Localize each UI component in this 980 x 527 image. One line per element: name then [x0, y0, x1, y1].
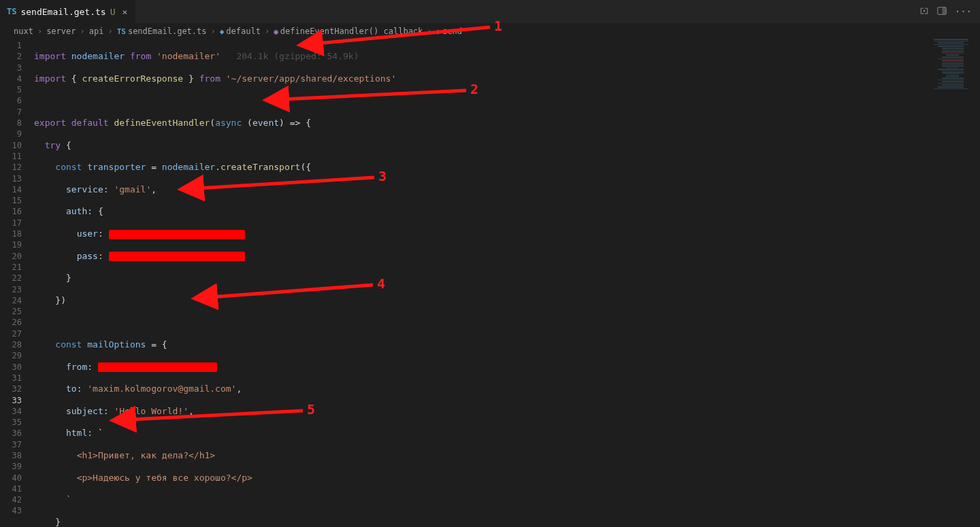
chevron-right-icon: ›: [425, 27, 433, 36]
ts-file-icon: TS: [7, 7, 16, 16]
breadcrumb-symbol[interactable]: ◈send: [436, 27, 463, 36]
split-editor-icon[interactable]: [937, 6, 947, 18]
chevron-right-icon: ›: [210, 27, 217, 36]
tab-active[interactable]: TS sendEmail.get.ts U ×: [0, 0, 136, 23]
redacted-from: [98, 362, 217, 372]
chevron-right-icon: ›: [106, 27, 114, 36]
redacted-user: [109, 230, 245, 239]
ts-file-icon: TS: [117, 27, 126, 36]
chevron-right-icon: ›: [79, 27, 86, 36]
editor-title-actions: ···: [919, 6, 980, 18]
breadcrumb-item[interactable]: api: [89, 27, 104, 36]
breadcrumb-item[interactable]: TSsendEmail.get.ts: [117, 27, 207, 36]
compare-changes-icon[interactable]: [919, 6, 929, 18]
more-actions-icon[interactable]: ···: [955, 6, 972, 18]
tab-bar: TS sendEmail.get.ts U × ···: [0, 0, 980, 24]
close-icon[interactable]: ×: [120, 7, 131, 17]
chevron-right-icon: ›: [36, 27, 44, 36]
code-area[interactable]: import nodemailer from 'nodemailer' 204.…: [34, 39, 980, 527]
editor[interactable]: 1234567891011121314151617181920212223242…: [0, 39, 980, 527]
svg-rect-1: [942, 7, 945, 14]
redacted-pass: [109, 252, 245, 261]
symbol-variable-icon: ◈: [220, 27, 225, 36]
breadcrumb-symbol[interactable]: ◈default: [220, 27, 261, 36]
chevron-right-icon: ›: [263, 27, 271, 36]
breadcrumb-symbol[interactable]: ◉defineEventHandler() callback: [274, 27, 423, 36]
line-number-gutter: 1234567891011121314151617181920212223242…: [0, 39, 34, 527]
symbol-method-icon: ◉: [274, 27, 278, 36]
breadcrumb: nuxt› server› api› TSsendEmail.get.ts› ◈…: [0, 24, 980, 39]
tab-filename: sendEmail.get.ts: [20, 7, 105, 17]
git-status-badge: U: [110, 7, 116, 17]
symbol-variable-icon: ◈: [436, 27, 441, 36]
breadcrumb-item[interactable]: nuxt: [14, 27, 33, 36]
breadcrumb-item[interactable]: server: [46, 27, 76, 36]
import-cost-hint: 204.1k (gzipped: 54.9k): [236, 51, 359, 61]
